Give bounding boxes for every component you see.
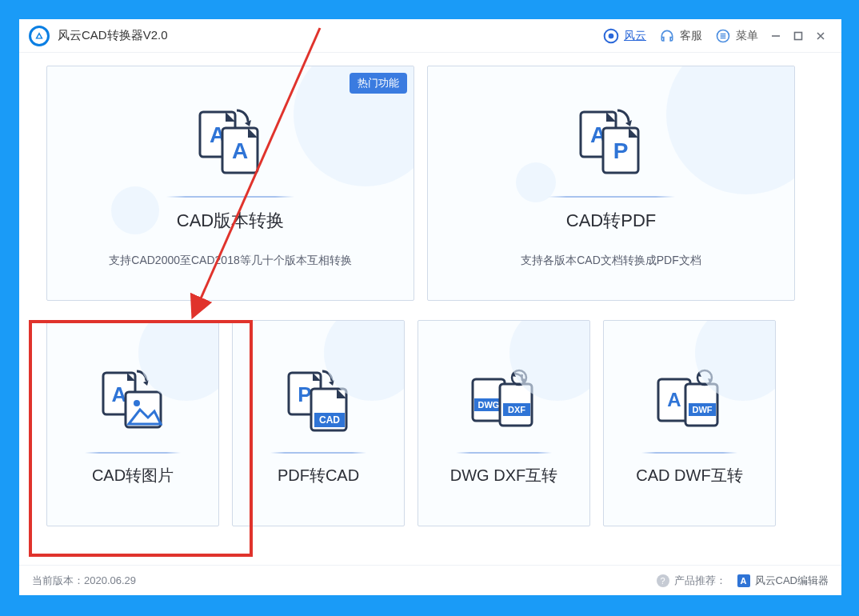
- card-title: CAD转PDF: [566, 209, 656, 233]
- cad-to-image-icon: A: [85, 366, 181, 438]
- svg-point-27: [512, 370, 526, 385]
- card-title: CAD版本转换: [177, 209, 284, 233]
- content-area: 热门功能 A A CAD版本转换 支持CAD2000至CAD201: [19, 53, 841, 565]
- card-cad-to-pdf[interactable]: A P CAD转PDF 支持各版本CAD文档转换成PDF文档: [427, 66, 795, 301]
- version-label: 当前版本：: [32, 574, 84, 588]
- maximize-button[interactable]: [787, 25, 809, 47]
- footer: 当前版本： 2020.06.29 ? 产品推荐： A 风云CAD编辑器: [19, 565, 841, 595]
- card-title: DWG DXF互转: [450, 465, 557, 486]
- card-cad-to-image[interactable]: A CAD转图片: [46, 320, 219, 526]
- recommend-icon: A: [737, 574, 750, 587]
- titlebar: 风云CAD转换器V2.0 风云 客服 菜单: [19, 19, 841, 53]
- svg-text:P: P: [613, 138, 629, 163]
- brand-label: 风云: [624, 29, 646, 43]
- support-button[interactable]: 客服: [653, 25, 709, 47]
- cad-dwf-icon: A DWF: [641, 366, 737, 438]
- svg-text:P: P: [298, 382, 311, 406]
- divider: [270, 452, 366, 454]
- svg-text:DXF: DXF: [508, 405, 525, 414]
- svg-text:CAD: CAD: [319, 414, 340, 426]
- card-title: CAD转图片: [92, 465, 174, 486]
- recommend-link[interactable]: A 风云CAD编辑器: [737, 574, 829, 588]
- card-cad-version[interactable]: 热门功能 A A CAD版本转换 支持CAD2000至CAD201: [46, 66, 414, 301]
- svg-rect-3: [795, 32, 802, 39]
- recommend-text: 风云CAD编辑器: [755, 574, 829, 588]
- hot-badge: 热门功能: [350, 73, 407, 94]
- card-subtitle: 支持CAD2000至CAD2018等几十个版本互相转换: [109, 254, 351, 268]
- cards-row-2: A CAD转图片: [46, 320, 814, 526]
- app-window: 风云CAD转换器V2.0 风云 客服 菜单: [19, 19, 841, 595]
- minimize-button[interactable]: [765, 25, 787, 47]
- recommend-label: 产品推荐：: [674, 574, 726, 588]
- svg-text:A: A: [667, 389, 681, 410]
- dwg-dxf-icon: DWG DXF: [456, 366, 552, 438]
- divider: [456, 452, 552, 454]
- card-title: PDF转CAD: [278, 465, 359, 486]
- brand-icon: [603, 28, 619, 44]
- brand-button[interactable]: 风云: [597, 25, 653, 47]
- pdf-to-cad-icon: P CAD: [270, 366, 366, 438]
- svg-text:DWG: DWG: [478, 400, 500, 410]
- svg-text:A: A: [232, 138, 248, 163]
- divider: [641, 452, 737, 454]
- version-convert-icon: A A: [182, 102, 278, 182]
- svg-point-15: [134, 400, 140, 406]
- menu-label: 菜单: [736, 29, 758, 43]
- svg-point-1: [609, 33, 614, 38]
- card-cad-dwf[interactable]: A DWF CAD DWF互转: [603, 320, 776, 526]
- card-dwg-dxf[interactable]: DWG DXF DWG DXF互转: [418, 320, 590, 526]
- hint-icon: ?: [657, 574, 669, 587]
- menu-icon: [715, 28, 731, 44]
- support-label: 客服: [680, 29, 702, 43]
- divider: [547, 196, 675, 198]
- headset-icon: [659, 28, 675, 44]
- divider: [85, 452, 181, 454]
- divider: [166, 196, 294, 198]
- svg-point-33: [697, 370, 712, 385]
- menu-button[interactable]: 菜单: [709, 25, 765, 47]
- card-subtitle: 支持各版本CAD文档转换成PDF文档: [521, 254, 701, 268]
- cad-to-pdf-icon: A P: [563, 102, 659, 182]
- svg-text:DWF: DWF: [692, 405, 712, 414]
- cards-row-1: 热门功能 A A CAD版本转换 支持CAD2000至CAD201: [46, 66, 814, 301]
- app-logo-icon: [29, 26, 50, 46]
- card-pdf-to-cad[interactable]: P CAD PDF转CAD: [232, 320, 405, 526]
- app-title: 风云CAD转换器V2.0: [58, 28, 168, 43]
- card-title: CAD DWF互转: [636, 465, 742, 486]
- close-button[interactable]: [809, 25, 832, 47]
- version-value: 2020.06.29: [84, 574, 136, 586]
